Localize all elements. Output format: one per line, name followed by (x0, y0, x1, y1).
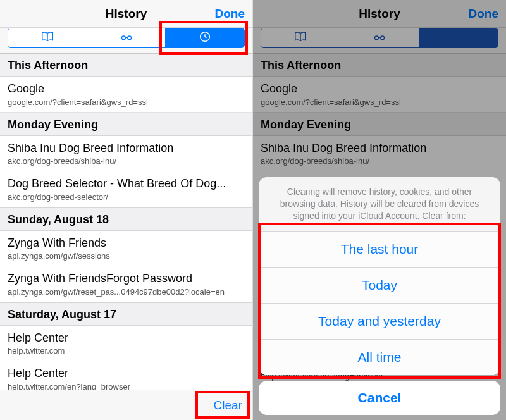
glasses-icon (120, 30, 133, 46)
clear-option-today[interactable]: Today (259, 268, 500, 304)
tab-history[interactable] (166, 28, 244, 47)
history-list[interactable]: This Afternoon Google google.com/?client… (0, 54, 252, 390)
right-screenshot: History Done (253, 0, 506, 420)
tab-bar (0, 28, 252, 54)
clear-actionsheet: Clearing will remove history, cookies, a… (259, 177, 500, 415)
left-screenshot: History Done (0, 0, 253, 420)
history-row[interactable]: Help Center help.twitter.com (0, 326, 252, 362)
clear-button[interactable]: Clear (214, 398, 242, 412)
toolbar-footer: Clear (0, 390, 252, 420)
clear-option-all-time[interactable]: All time (259, 340, 500, 375)
history-row[interactable]: Zynga With Friends api.zynga.com/gwf/ses… (0, 231, 252, 267)
nav-header: History Done (0, 0, 252, 28)
book-open-icon (40, 30, 54, 46)
history-row[interactable]: Google google.com/?client=safari&gws_rd=… (0, 77, 252, 113)
section-header: Sunday, August 18 (0, 207, 252, 231)
svg-point-1 (127, 36, 131, 40)
svg-point-0 (121, 36, 125, 40)
section-header: This Afternoon (0, 54, 252, 77)
clear-option-last-hour[interactable]: The last hour (259, 232, 500, 268)
actionsheet-message: Clearing will remove history, cookies, a… (259, 177, 500, 232)
tab-reading-list[interactable] (87, 28, 166, 47)
history-row[interactable]: Zynga With FriendsForgot Password api.zy… (0, 266, 252, 302)
tab-bookmarks[interactable] (8, 28, 87, 47)
page-title: History (106, 7, 147, 21)
cancel-button[interactable]: Cancel (259, 381, 500, 415)
clear-option-today-yesterday[interactable]: Today and yesterday (259, 304, 500, 340)
history-row[interactable]: Shiba Inu Dog Breed Information akc.org/… (0, 136, 252, 172)
clock-icon (198, 30, 212, 46)
history-row[interactable]: Help Center help.twitter.com/en?lang=bro… (0, 361, 252, 390)
section-header: Monday Evening (0, 113, 252, 136)
section-header: Saturday, August 17 (0, 302, 252, 326)
history-row[interactable]: Dog Breed Selector - What Breed Of Dog..… (0, 171, 252, 207)
done-button[interactable]: Done (215, 0, 245, 27)
